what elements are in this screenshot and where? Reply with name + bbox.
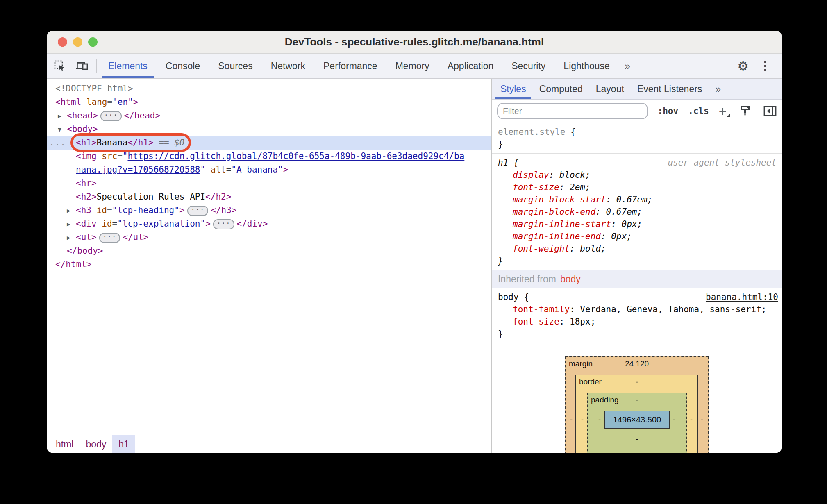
code-segment: </div> (237, 219, 268, 229)
breadcrumb-item-html[interactable]: html (50, 435, 80, 453)
tab-application[interactable]: Application (438, 54, 503, 78)
toggle-sidebar-icon[interactable] (763, 105, 777, 117)
sidebar-tab-event-listeners[interactable]: Event Listeners (631, 79, 709, 99)
code-segment (91, 205, 97, 215)
tab-network[interactable]: Network (262, 54, 314, 78)
dom-node[interactable]: <img src="https://cdn.glitch.global/87b4… (47, 150, 491, 163)
dom-node[interactable]: </html> (47, 258, 491, 271)
dom-node[interactable]: ▶<head>···</head> (47, 109, 491, 123)
dom-node[interactable]: <!DOCTYPE html> (47, 82, 491, 95)
body-rule-selector: body { (498, 291, 529, 303)
css-declaration[interactable]: font-weight: bold; (498, 243, 778, 255)
element-style-selector: element.style (498, 127, 565, 137)
minimize-button[interactable] (73, 37, 82, 47)
code-segment: "en" (112, 97, 133, 107)
sidebar-tab-styles[interactable]: Styles (494, 79, 533, 99)
code-segment: src (102, 151, 117, 161)
css-declaration[interactable]: font-family: Verdana, Geneva, Tahoma, sa… (498, 303, 778, 316)
element-class-toggle[interactable]: .cls (688, 106, 709, 116)
dom-node[interactable]: ▼<body> (47, 123, 491, 136)
margin-top-value: 24.120 (565, 359, 709, 368)
traffic-lights (58, 31, 98, 53)
dom-node[interactable]: ▶<div id="lcp-explanation">···</div> (47, 217, 491, 231)
tab-lighthouse[interactable]: Lighthouse (554, 54, 619, 78)
stylesheet-source-link[interactable]: banana.html:10 (706, 291, 778, 303)
rendering-brush-icon[interactable] (739, 104, 751, 118)
dom-node[interactable]: <h2>Speculation Rules API</h2> (47, 190, 491, 204)
css-declaration[interactable]: font-size: 18px; (498, 316, 778, 328)
code-segment: <body> (67, 124, 98, 134)
title-bar: DevTools - speculative-rules.glitch.me/b… (47, 31, 782, 54)
css-declaration[interactable]: font-size: 2em; (498, 181, 778, 193)
box-model-content[interactable]: 1496×43.500 (604, 411, 670, 429)
kebab-menu-icon[interactable]: ⋮ (759, 60, 771, 72)
tab-security[interactable]: Security (502, 54, 554, 78)
new-style-rule-button[interactable]: + (719, 104, 727, 118)
border-top-value: - (565, 377, 709, 386)
sidebar-tab-computed[interactable]: Computed (533, 79, 589, 99)
breadcrumb-item-body[interactable]: body (80, 435, 112, 453)
code-segment: <!DOCTYPE html> (55, 84, 133, 93)
code-segment: <h1> (76, 138, 97, 148)
close-button[interactable] (58, 37, 67, 47)
body-rule[interactable]: body { banana.html:10 font-family: Verda… (492, 288, 782, 343)
stylesheet-origin: user agent stylesheet (668, 157, 778, 169)
collapsed-children-ellipsis[interactable]: ··· (187, 206, 209, 216)
code-segment: Banana (97, 138, 128, 148)
tab-performance[interactable]: Performance (314, 54, 386, 78)
dom-node[interactable]: <hr> (47, 177, 491, 190)
code-segment: <html (55, 97, 81, 107)
expand-right-icon[interactable]: ▶ (67, 218, 76, 231)
more-tabs-icon[interactable]: » (619, 54, 636, 78)
h1-rule[interactable]: h1 { user agent stylesheet display: bloc… (492, 154, 782, 270)
expand-down-icon[interactable]: ▼ (58, 123, 67, 136)
dom-node-selected[interactable]: ...<h1>Banana</h1> == $0 (47, 136, 491, 150)
attribute-value-link[interactable]: https://cdn.glitch.global/87b4c0fe-655a-… (127, 151, 464, 161)
zoom-button[interactable] (88, 37, 98, 47)
tab-console[interactable]: Console (157, 54, 209, 78)
code-segment: <hr> (76, 178, 97, 188)
sidebar-tab-layout[interactable]: Layout (589, 79, 631, 99)
code-segment (81, 97, 86, 107)
margin-right-value: - (699, 415, 705, 424)
css-declaration[interactable]: margin-block-start: 0.67em; (498, 193, 778, 206)
css-declaration[interactable]: display: block; (498, 169, 778, 181)
css-declaration[interactable]: margin-inline-end: 0px; (498, 230, 778, 243)
dom-node[interactable]: </body> (47, 244, 491, 258)
pseudo-state-toggle[interactable]: :hov (658, 106, 679, 116)
element-style-rule[interactable]: element.style { } (492, 123, 782, 154)
tab-memory[interactable]: Memory (386, 54, 438, 78)
dom-node[interactable]: <html lang="en"> (47, 95, 491, 109)
code-segment (97, 151, 102, 161)
breadcrumb-item-h1[interactable]: h1 (112, 435, 135, 453)
inherited-from-body-link[interactable]: body (560, 274, 581, 285)
panel-tabs: ElementsConsoleSourcesNetworkPerformance… (99, 54, 727, 78)
collapsed-children-ellipsis[interactable]: ··· (213, 219, 234, 229)
dom-node[interactable]: ▶<ul>···</ul> (47, 231, 491, 244)
collapsed-children-ellipsis[interactable]: ··· (99, 233, 120, 243)
css-declaration[interactable]: margin-inline-start: 0px; (498, 218, 778, 230)
code-segment: = (117, 151, 123, 161)
settings-gear-icon[interactable]: ⚙ (737, 60, 749, 73)
expand-right-icon[interactable]: ▶ (67, 204, 76, 218)
dom-node[interactable]: nana.jpg?v=1705668720588" alt="A banana"… (47, 163, 491, 177)
inspect-icon[interactable] (54, 60, 66, 72)
device-toolbar-icon[interactable] (75, 60, 89, 72)
dom-node[interactable]: ▶<h3 id="lcp-heading">···</h3> (47, 204, 491, 217)
tab-sources[interactable]: Sources (209, 54, 261, 78)
styles-filter-input[interactable] (497, 103, 648, 119)
code-segment: <head> (67, 111, 98, 120)
attribute-value-link[interactable]: nana.jpg?v=1705668720588 (76, 165, 200, 175)
code-segment: "lcp-explanation" (117, 219, 205, 229)
tab-elements[interactable]: Elements (99, 54, 157, 78)
code-segment (97, 219, 102, 229)
expand-right-icon[interactable]: ▶ (58, 109, 67, 123)
node-options-ellipsis[interactable]: ... (49, 136, 66, 150)
code-segment: > (283, 165, 289, 175)
expand-right-icon[interactable]: ▶ (67, 231, 76, 245)
css-declaration[interactable]: margin-block-end: 0.67em; (498, 206, 778, 218)
collapsed-children-ellipsis[interactable]: ··· (100, 111, 122, 121)
code-segment: </h2> (205, 192, 231, 202)
sidebar-more-tabs-icon[interactable]: » (709, 79, 727, 99)
code-segment: "lcp-heading" (112, 205, 179, 215)
